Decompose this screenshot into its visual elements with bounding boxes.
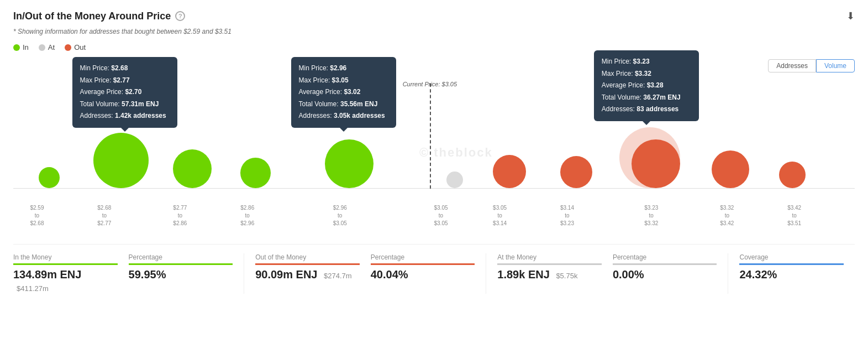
divider-1 — [244, 253, 244, 294]
stat-coverage-value: 24.32% — [739, 268, 844, 281]
legend: In At Out — [13, 43, 855, 51]
stat-at-pct-label: Percentage — [613, 253, 717, 261]
bubble-9 — [712, 150, 749, 188]
stat-at-sub: $5.75k — [556, 272, 577, 280]
chart-area: © theblock Current Price: $3.05 — [13, 78, 855, 227]
chart-inner: © theblock Current Price: $3.05 — [13, 78, 855, 227]
legend-label-in: In — [23, 43, 29, 51]
stat-in-label: In the Money — [13, 253, 118, 261]
stats-row: In the Money 134.89m ENJ $411.27m Percen… — [13, 244, 855, 294]
x-label-1: $2.68to$2.77 — [97, 204, 111, 227]
bubble-6 — [493, 155, 526, 188]
current-price-line — [430, 84, 431, 189]
stat-coverage-underline — [739, 263, 844, 265]
tooltip-2: Min Price: $2.96 Max Price: $3.05 Averag… — [291, 57, 396, 128]
volume-button[interactable]: Volume — [816, 59, 855, 72]
x-label-9: $3.32to$3.42 — [720, 204, 734, 227]
stat-out-sub: $274.7m — [324, 272, 352, 280]
page-header: In/Out of the Money Around Price ? ⬇ — [13, 10, 855, 22]
legend-dot-out — [65, 44, 71, 51]
stat-in-the-money: In the Money 134.89m ENJ $411.27m — [13, 253, 129, 294]
stat-out-underline — [255, 263, 360, 265]
stat-in-pct: Percentage 59.95% — [129, 253, 244, 281]
bubble-0 — [39, 167, 60, 188]
stat-out-the-money: Out of the Money 90.09m ENJ $274.7m — [255, 253, 371, 281]
x-label-10: $3.42to$3.51 — [787, 204, 801, 227]
page-title: In/Out of the Money Around Price ? — [13, 11, 185, 22]
x-label-5: $3.05to$3.05 — [434, 204, 448, 227]
stat-at-underline — [497, 263, 602, 265]
addresses-button[interactable]: Addresses — [768, 59, 816, 72]
divider-3 — [728, 253, 728, 294]
stat-in-sub: $411.27m — [17, 284, 49, 293]
stat-out-label: Out of the Money — [255, 253, 360, 261]
stat-in-pct-label: Percentage — [129, 253, 233, 261]
bubble-7 — [560, 156, 592, 188]
legend-in: In — [13, 43, 29, 51]
bubble-3 — [240, 158, 271, 188]
help-icon[interactable]: ? — [175, 11, 185, 21]
stat-out-pct-label: Percentage — [371, 253, 475, 261]
stat-out-pct: Percentage 40.04% — [371, 253, 486, 281]
stat-in-underline — [13, 263, 118, 265]
stat-out-pct-value: 40.04% — [371, 268, 475, 281]
bubble-2 — [173, 149, 212, 188]
legend-label-out: Out — [74, 43, 86, 51]
stat-out-pct-underline — [371, 263, 475, 265]
stat-at-value: 1.89k ENJ $5.75k — [497, 268, 602, 281]
legend-at: At — [39, 43, 55, 51]
tooltip-3: Min Price: $3.23 Max Price: $3.32 Averag… — [594, 50, 699, 121]
title-text: In/Out of the Money Around Price — [13, 11, 171, 22]
legend-out: Out — [65, 43, 86, 51]
stat-in-value: 134.89m ENJ $411.27m — [13, 268, 118, 294]
bubble-1 — [93, 133, 149, 188]
stat-at-pct-underline — [613, 263, 717, 265]
baseline — [13, 188, 855, 189]
stat-in-pct-value: 59.95% — [129, 268, 233, 281]
x-label-8: $3.23to$3.32 — [644, 204, 658, 227]
legend-dot-at — [39, 44, 45, 51]
bubble-at — [446, 172, 463, 188]
legend-label-at: At — [48, 43, 55, 51]
chart-subtitle: * Showing information for addresses that… — [13, 28, 855, 35]
stat-at-pct-value: 0.00% — [613, 268, 717, 281]
bubble-10 — [779, 162, 806, 188]
x-label-2: $2.77to$2.86 — [173, 204, 187, 227]
x-label-4: $2.96to$3.05 — [333, 204, 347, 227]
x-label-7: $3.14to$3.23 — [560, 204, 574, 227]
stat-coverage: Coverage 24.32% — [739, 253, 855, 281]
bubble-4 — [325, 139, 373, 188]
divider-2 — [486, 253, 486, 294]
x-label-6: $3.05to$3.14 — [493, 204, 507, 227]
stat-coverage-label: Coverage — [739, 253, 844, 261]
current-price-label: Current Price: $3.05 — [403, 81, 457, 87]
stat-out-value: 90.09m ENJ $274.7m — [255, 268, 360, 281]
x-label-0: $2.59to$2.68 — [30, 204, 44, 227]
stat-in-pct-underline — [129, 263, 233, 265]
bubble-8 — [632, 139, 680, 188]
x-label-3: $2.86to$2.96 — [240, 204, 254, 227]
legend-dot-in — [13, 44, 20, 51]
tooltip-1: Min Price: $2.68 Max Price: $2.77 Averag… — [72, 57, 177, 128]
stat-at-the-money: At the Money 1.89k ENJ $5.75k — [497, 253, 613, 281]
stat-at-pct: Percentage 0.00% — [613, 253, 728, 281]
stat-at-label: At the Money — [497, 253, 602, 261]
download-icon[interactable]: ⬇ — [846, 10, 855, 22]
